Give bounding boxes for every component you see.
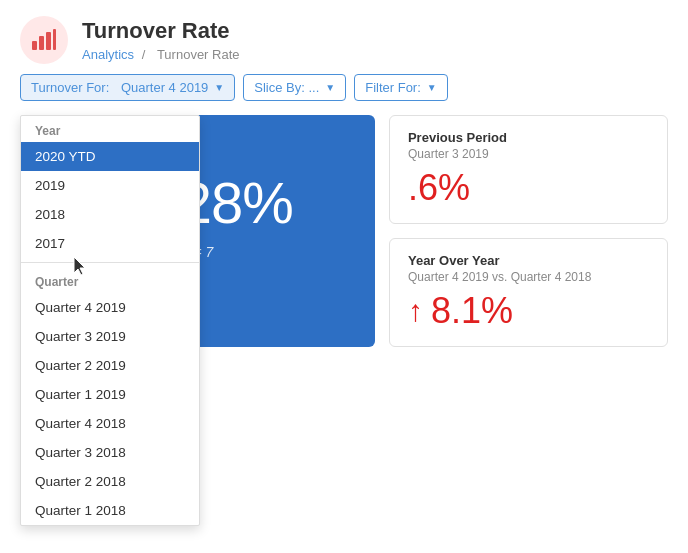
yoy-value-text: 8.1% (431, 290, 513, 332)
bar-chart-icon (31, 27, 57, 53)
dropdown-item-q1-2018[interactable]: Quarter 1 2018 (21, 496, 199, 525)
yoy-card: Year Over Year Quarter 4 2019 vs. Quarte… (389, 238, 668, 347)
turnover-for-caret: ▼ (214, 82, 224, 93)
page-wrapper: Turnover Rate Analytics / Turnover Rate … (0, 0, 688, 553)
yoy-card-value: ↑ 8.1% (408, 290, 649, 332)
turnover-for-value: Quarter 4 2019 (121, 80, 208, 95)
slice-by-caret: ▼ (325, 82, 335, 93)
breadcrumb-current: Turnover Rate (157, 47, 240, 62)
dropdown-year-label: Year (21, 116, 199, 142)
toolbar: Turnover For: Quarter 4 2019▼ Slice By: … (0, 74, 688, 115)
dropdown-quarter-label: Quarter (21, 267, 199, 293)
svg-rect-2 (46, 32, 51, 50)
page-title: Turnover Rate (82, 18, 244, 44)
svg-rect-3 (53, 29, 56, 50)
main-content: Year 2020 YTD 2019 2018 2017 Quarter Qua… (0, 115, 688, 367)
dropdown-item-2020ytd[interactable]: 2020 YTD (21, 142, 199, 171)
previous-period-card: Previous Period Quarter 3 2019 .6% (389, 115, 668, 224)
dropdown-item-q3-2018[interactable]: Quarter 3 2018 (21, 438, 199, 467)
prev-card-title: Previous Period (408, 130, 649, 145)
turnover-for-button[interactable]: Turnover For: Quarter 4 2019▼ (20, 74, 235, 101)
dropdown-item-q3-2019[interactable]: Quarter 3 2019 (21, 322, 199, 351)
filter-for-caret: ▼ (427, 82, 437, 93)
dropdown-item-2018[interactable]: 2018 (21, 200, 199, 229)
svg-rect-1 (39, 36, 44, 50)
yoy-card-subtitle: Quarter 4 2019 vs. Quarter 4 2018 (408, 270, 649, 284)
dropdown-item-q2-2018[interactable]: Quarter 2 2018 (21, 467, 199, 496)
dropdown-item-q4-2019[interactable]: Quarter 4 2019 (21, 293, 199, 322)
filter-for-label: Filter For: (365, 80, 421, 95)
slice-by-button[interactable]: Slice By: ...▼ (243, 74, 346, 101)
turnover-for-label: Turnover For: (31, 80, 109, 95)
slice-by-label: Slice By: ... (254, 80, 319, 95)
page-header: Turnover Rate Analytics / Turnover Rate (0, 0, 688, 74)
prev-card-value: .6% (408, 167, 649, 209)
prev-value-text: .6% (408, 167, 470, 209)
dropdown-item-q4-2018[interactable]: Quarter 4 2018 (21, 409, 199, 438)
dropdown-divider (21, 262, 199, 263)
dropdown-item-2019[interactable]: 2019 (21, 171, 199, 200)
prev-card-subtitle: Quarter 3 2019 (408, 147, 649, 161)
app-icon (20, 16, 68, 64)
breadcrumb-separator: / (142, 47, 146, 62)
secondary-cards: Previous Period Quarter 3 2019 .6% Year … (389, 115, 668, 347)
svg-rect-0 (32, 41, 37, 50)
dropdown-item-q2-2019[interactable]: Quarter 2 2019 (21, 351, 199, 380)
dropdown-item-q1-2019[interactable]: Quarter 1 2019 (21, 380, 199, 409)
filter-for-button[interactable]: Filter For:▼ (354, 74, 448, 101)
yoy-arrow-up-icon: ↑ (408, 296, 423, 326)
dropdown-item-2017[interactable]: 2017 (21, 229, 199, 258)
yoy-card-title: Year Over Year (408, 253, 649, 268)
header-text-group: Turnover Rate Analytics / Turnover Rate (82, 18, 244, 61)
turnover-for-dropdown: Year 2020 YTD 2019 2018 2017 Quarter Qua… (20, 115, 200, 526)
breadcrumb-parent[interactable]: Analytics (82, 47, 134, 62)
breadcrumb: Analytics / Turnover Rate (82, 47, 244, 62)
